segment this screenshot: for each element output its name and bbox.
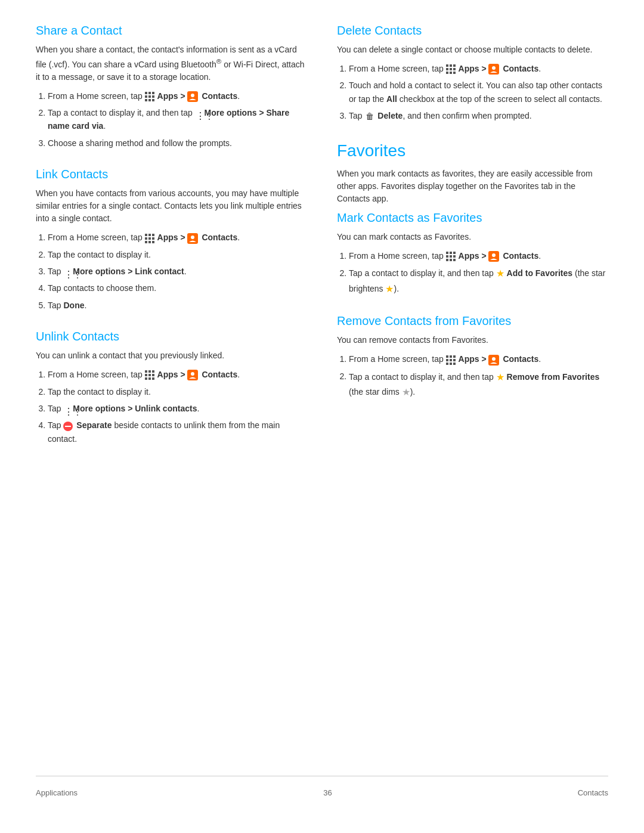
more-options-icon-3: ⋮: [64, 404, 70, 414]
link-contacts-title: Link Contacts: [36, 168, 307, 181]
apps-grid-icon-2: [145, 234, 154, 243]
svg-point-19: [191, 236, 194, 239]
link-step-5: Tap Done.: [48, 299, 307, 312]
favorites-intro: When you mark contacts as favorites, the…: [337, 168, 608, 205]
share-step-1: From a Home screen, tap Apps > Contacts.: [48, 89, 307, 103]
svg-rect-35: [453, 68, 456, 70]
svg-rect-8: [152, 99, 154, 101]
svg-rect-27: [148, 377, 151, 380]
svg-rect-31: [450, 64, 452, 67]
trash-icon: 🗑: [366, 110, 374, 123]
delete-contacts-intro: You can delete a single contact or choos…: [337, 44, 608, 56]
link-step-4: Tap contacts to choose them.: [48, 281, 307, 295]
delete-contacts-title: Delete Contacts: [337, 24, 608, 38]
remove-step-2: Tap a contact to display it, and then ta…: [349, 370, 608, 400]
svg-rect-36: [446, 72, 448, 74]
svg-rect-21: [148, 370, 151, 373]
star-bright-example-icon: ★: [385, 284, 394, 294]
footer-right: Contacts: [578, 788, 608, 797]
svg-rect-18: [152, 241, 154, 243]
link-contacts-intro: When you have contacts from various acco…: [36, 187, 307, 225]
unlink-step-3: Tap ⋮ More options > Unlink contacts.: [48, 402, 307, 415]
mark-favorites-steps: From a Home screen, tap Apps > Contacts.: [337, 249, 608, 297]
remove-favorites-steps: From a Home screen, tap Apps > Contacts.: [337, 352, 608, 400]
delete-contacts-steps: From a Home screen, tap Apps > Contacts.…: [337, 62, 608, 123]
svg-rect-12: [152, 234, 154, 236]
unlink-contacts-steps: From a Home screen, tap Apps > Contacts.…: [36, 368, 307, 445]
svg-point-59: [492, 357, 496, 361]
share-step-3: Choose a sharing method and follow the p…: [48, 137, 307, 150]
svg-rect-14: [148, 237, 151, 240]
share-contact-section: Share a Contact When you share a contact…: [36, 24, 307, 150]
page: Share a Contact When you share a contact…: [0, 0, 644, 833]
svg-rect-15: [152, 237, 154, 240]
link-step-2: Tap the contact to display it.: [48, 248, 307, 261]
svg-rect-48: [453, 259, 456, 261]
svg-rect-51: [450, 355, 452, 358]
svg-rect-28: [152, 377, 154, 380]
footer-center: 36: [323, 788, 332, 797]
svg-rect-55: [453, 359, 456, 361]
svg-point-29: [191, 372, 194, 376]
svg-rect-2: [152, 92, 154, 94]
unlink-contacts-section: Unlink Contacts You can unlink a contact…: [36, 330, 307, 445]
svg-rect-50: [446, 355, 448, 358]
mark-step-2: Tap a contact to display it, and then ta…: [349, 266, 608, 296]
svg-rect-42: [453, 252, 456, 254]
svg-rect-45: [453, 255, 456, 258]
apps-grid-icon: [145, 92, 154, 101]
contacts-app-icon-5: [488, 251, 499, 262]
share-contact-steps: From a Home screen, tap Apps > Contacts.…: [36, 89, 307, 150]
mark-favorites-section: Mark Contacts as Favorites You can mark …: [337, 211, 608, 297]
contacts-app-icon-6: [488, 355, 499, 366]
contacts-app-icon-3: [187, 370, 198, 380]
share-step-2: Tap a contact to display it, and then ta…: [48, 106, 307, 133]
svg-rect-57: [450, 363, 452, 365]
share-contact-intro: When you share a contact, the contact's …: [36, 44, 307, 83]
svg-rect-16: [145, 241, 147, 243]
apps-grid-icon-6: [446, 355, 456, 365]
remove-step-1: From a Home screen, tap Apps > Contacts.: [349, 352, 608, 366]
svg-rect-37: [450, 72, 452, 74]
svg-rect-52: [453, 355, 456, 358]
svg-rect-41: [450, 252, 452, 254]
svg-rect-5: [152, 95, 154, 98]
left-column: Share a Contact When you share a contact…: [36, 24, 307, 776]
svg-point-39: [492, 66, 496, 70]
page-footer: Applications 36 Contacts: [36, 776, 608, 797]
svg-rect-30: [446, 64, 448, 67]
svg-rect-11: [148, 234, 151, 236]
star-dim-icon: ★: [402, 387, 410, 397]
svg-rect-34: [450, 68, 452, 70]
remove-favorites-intro: You can remove contacts from Favorites.: [337, 334, 608, 346]
svg-point-49: [492, 253, 496, 257]
apps-grid-icon-4: [446, 64, 456, 74]
svg-rect-58: [453, 363, 456, 365]
link-contacts-steps: From a Home screen, tap Apps > Contacts.…: [36, 231, 307, 312]
svg-rect-25: [152, 374, 154, 376]
svg-rect-20: [145, 370, 147, 373]
svg-rect-3: [145, 95, 147, 98]
favorites-title: Favorites: [337, 141, 608, 160]
footer-left: Applications: [36, 788, 78, 797]
delete-step-1: From a Home screen, tap Apps > Contacts.: [349, 62, 608, 75]
unlink-step-2: Tap the contact to display it.: [48, 385, 307, 398]
svg-rect-7: [148, 99, 151, 101]
mark-step-1: From a Home screen, tap Apps > Contacts.: [349, 249, 608, 262]
svg-rect-17: [148, 241, 151, 243]
svg-point-9: [191, 94, 194, 97]
svg-rect-47: [450, 259, 452, 261]
apps-grid-icon-3: [145, 370, 154, 380]
contacts-app-icon-2: [187, 233, 198, 244]
favorites-section: Favorites When you mark contacts as favo…: [337, 141, 608, 400]
mark-favorites-title: Mark Contacts as Favorites: [337, 211, 608, 225]
delete-step-3: Tap 🗑 Delete, and then confirm when prom…: [349, 109, 608, 123]
delete-contacts-section: Delete Contacts You can delete a single …: [337, 24, 608, 123]
svg-rect-22: [152, 370, 154, 373]
svg-rect-1: [148, 92, 151, 94]
svg-rect-4: [148, 95, 151, 98]
link-step-3: Tap ⋮ More options > Link contact.: [48, 265, 307, 278]
svg-rect-33: [446, 68, 448, 70]
svg-rect-40: [446, 252, 448, 254]
link-step-1: From a Home screen, tap Apps > Contacts.: [48, 231, 307, 244]
